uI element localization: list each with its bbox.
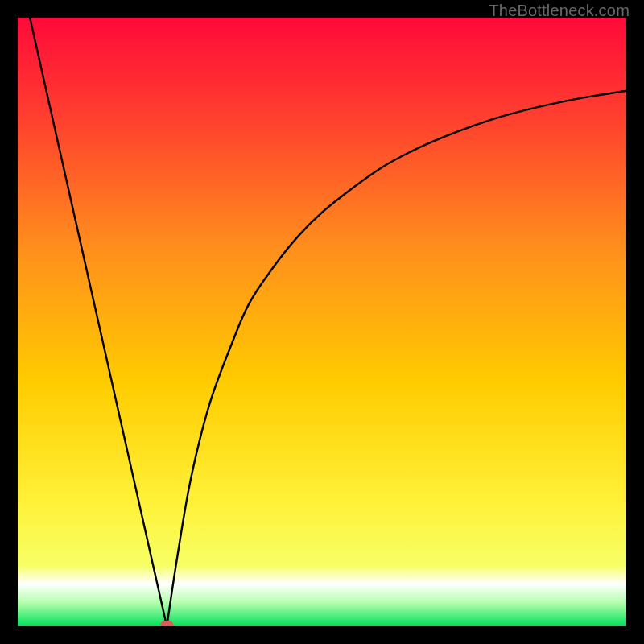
plot-area [18,18,626,626]
gradient-bg [18,18,626,626]
watermark-text: TheBottleneck.com [489,2,630,20]
chart-svg [18,18,626,626]
chart-container: TheBottleneck.com [0,0,644,644]
